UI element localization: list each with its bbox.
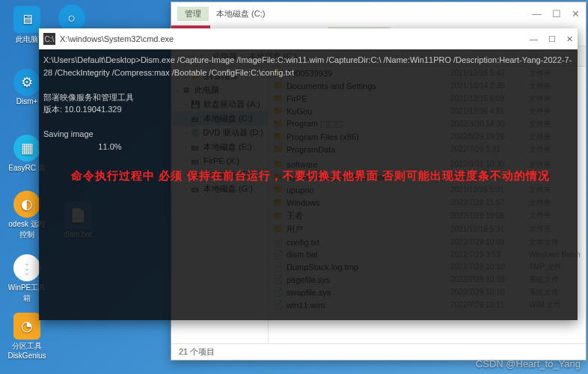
cmd-close-button[interactable]: ✕ xyxy=(566,34,573,44)
cmd-minimize-button[interactable]: — xyxy=(530,34,538,44)
app-icon: 🖥 xyxy=(13,6,40,33)
explorer-titlebar: 管理 本地磁盘 (C:) — ☐ ✕ xyxy=(171,2,586,25)
maximize-button[interactable]: ☐ xyxy=(552,8,561,19)
cmd-progress: 11.0% xyxy=(98,142,121,151)
app-icon: ◐ xyxy=(13,191,40,218)
statusbar: 21 个项目 xyxy=(171,343,586,360)
app-icon: ◔ xyxy=(13,313,40,340)
cmd-saving: Saving image xyxy=(43,129,94,138)
contextual-tab[interactable]: 管理 xyxy=(177,7,209,21)
watermark: CSDN @Heart_to_Yang xyxy=(476,358,581,370)
warning-overlay: 命令执行过程中 必须 保持在前台运行，不要切换其他界面 否则可能出现进度条不动的… xyxy=(45,169,576,183)
cmd-ver-line: 版本: 10.0.19041.329 xyxy=(43,105,122,114)
close-button[interactable]: ✕ xyxy=(572,8,580,19)
app-icon: ▦ xyxy=(13,135,40,162)
app-icon: ○ xyxy=(58,4,85,31)
cmd-prompt: X:\Users\Default\Desktop> xyxy=(43,55,141,64)
cmd-icon: C:\ xyxy=(43,33,55,45)
icon-label: 分区工具 DiskGenius xyxy=(7,341,46,360)
minimize-button[interactable]: — xyxy=(532,8,542,19)
app-icon: ⋮ xyxy=(13,254,40,281)
cmd-titlebar[interactable]: C:\ X:\windows\System32\cmd.exe — ☐ ✕ xyxy=(39,28,578,49)
icon-label: Dism+ xyxy=(16,97,38,105)
cmd-svc-line: 部署映像服务和管理工具 xyxy=(43,93,134,102)
icon-label: 此电脑 xyxy=(16,34,38,45)
window-title: 本地磁盘 (C:) xyxy=(216,8,265,19)
cmd-output: X:\Users\Default\Desktop>Dism.exe /Captu… xyxy=(39,49,578,157)
cmd-title-path: X:\windows\System32\cmd.exe xyxy=(60,34,174,43)
cmd-maximize-button[interactable]: ☐ xyxy=(548,34,556,44)
app-icon: ⚙ xyxy=(13,69,40,96)
